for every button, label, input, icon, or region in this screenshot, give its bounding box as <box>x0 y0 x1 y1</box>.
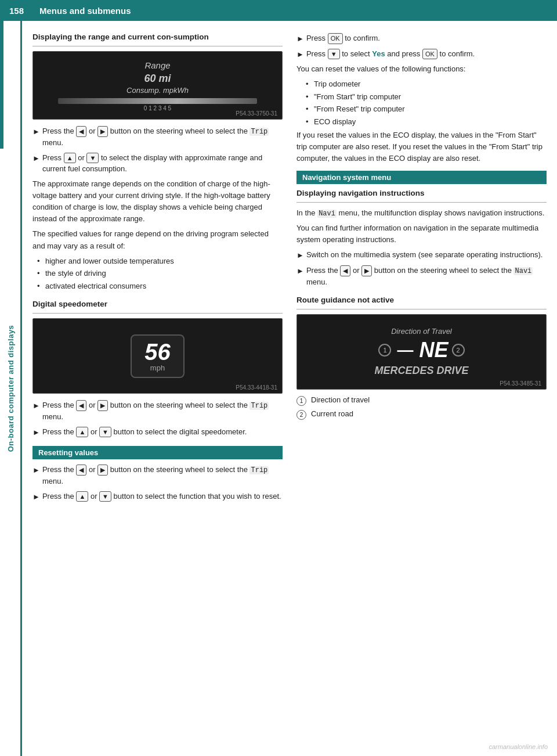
kbd-right-2: ▶ <box>97 400 108 411</box>
watermark: carmanualonline.info <box>489 743 548 750</box>
reset-bullet-2-text: Press the ▲ or ▼ button to select the fu… <box>42 491 283 502</box>
reset-para: If you reset the values in the ECO displ… <box>296 129 547 164</box>
speedometer-image-code: P54.33-4418-31 <box>236 384 277 391</box>
section-reset: Resetting values ► Press the ◀ or ▶ butt… <box>32 446 283 502</box>
speed-value: 56 <box>144 340 171 363</box>
speed-box: 56 mph <box>131 334 185 378</box>
arrow-icon-7: ► <box>296 33 304 45</box>
reset-bullet-2: ► Press the ▲ or ▼ button to select the … <box>32 491 283 503</box>
speed-bullet-2-text: Press the ▲ or ▼ button to select the di… <box>42 426 283 438</box>
nav-circle-2: 2 <box>452 344 465 357</box>
range-bullet-2-text: Press ▲ or ▼ to select the display with … <box>42 152 283 175</box>
nav-image-code: P54.33-3485-31 <box>500 380 541 387</box>
reset-item-4: ECO display <box>306 116 547 128</box>
reset-section-bar: Resetting values <box>32 446 283 459</box>
reset-item-2: "From Start" trip computer <box>306 91 547 103</box>
range-display-image: Range 60 mi Consump. mpkWh 0 1 2 3 4 5 P… <box>32 51 283 120</box>
divider2 <box>32 313 283 314</box>
navi-text-1: Navi <box>317 210 337 218</box>
kbd-left-2: ◀ <box>76 400 86 411</box>
section-range: Displaying the range and current con-sum… <box>32 33 283 291</box>
range-bullet-1-text: Press the ◀ or ▶ button on the steering … <box>42 125 283 149</box>
nav-ne: NE <box>419 338 448 362</box>
divider3 <box>296 202 547 203</box>
caption-circle-1: 1 <box>296 396 306 406</box>
nav-para-1: In the Navi menu, the multifunction disp… <box>296 207 547 219</box>
nav-circle-1: 1 <box>378 344 391 357</box>
reset-bullet-1-text: Press the ◀ or ▶ button on the steering … <box>42 464 283 487</box>
arrow-icon-5: ► <box>32 465 40 476</box>
kbd-right-3: ▶ <box>97 465 108 476</box>
speed-unit: mph <box>150 363 165 372</box>
page-title: Menus and submenus <box>35 6 131 16</box>
section-speedometer: Digital speedometer 56 mph P54.33-4418-3… <box>32 300 283 438</box>
route-guidance-heading: Route guidance not active <box>296 296 547 304</box>
navi-text-2: Navi <box>513 267 533 275</box>
speed-bullet-2: ► Press the ▲ or ▼ button to select the … <box>32 426 283 438</box>
reset-right-bullet-2-text: Press ▼ to select Yes and press OK to co… <box>306 48 547 60</box>
range-bullet-1: ► Press the ◀ or ▶ button on the steerin… <box>32 125 283 149</box>
content-area: Displaying the range and current con-sum… <box>22 21 557 756</box>
nav-display-image: Direction of Travel 1 — NE 2 MERCEDES DR… <box>296 314 547 390</box>
reset-item-1: Trip odometer <box>306 78 547 90</box>
range-label: Range <box>144 59 170 71</box>
nav-bullet-1: ► Switch on the multimedia system (see s… <box>296 249 547 261</box>
range-para-1: The approximate range depends on the con… <box>32 178 283 225</box>
main-layout: On-board computer and displays Displayin… <box>0 21 557 756</box>
arrow-icon-2: ► <box>32 153 40 164</box>
nav-road: MERCEDES DRIVE <box>374 365 468 377</box>
reset-right-bullet-1: ► Press OK to confirm. <box>296 33 547 45</box>
caption-text-1: Direction of travel <box>311 395 370 406</box>
section-speedometer-heading: Digital speedometer <box>32 300 283 308</box>
kbd-right-4: ▶ <box>361 265 372 276</box>
section-nav-instructions-heading: Displaying navigation instructions <box>296 189 547 197</box>
kbd-up-3: ▲ <box>76 491 88 502</box>
range-image-code: P54.33-3750-31 <box>236 110 277 117</box>
section-route-guidance: Route guidance not active Direction of T… <box>296 296 547 420</box>
nav-dir-label: Direction of Travel <box>391 327 452 336</box>
kbd-up-2: ▲ <box>76 427 88 438</box>
range-value: 60 mi <box>144 71 171 86</box>
arrow-icon-6: ► <box>32 491 40 503</box>
reset-right-bullet-2: ► Press ▼ to select Yes and press OK to … <box>296 48 547 60</box>
section-reset-right: ► Press OK to confirm. ► Press ▼ to sele… <box>296 33 547 165</box>
bullet-consumers: activated electrical consumers <box>37 280 283 292</box>
nav-bullet-1-text: Switch on the multimedia system (see sep… <box>306 249 547 261</box>
trip-text-2: Trip <box>249 402 269 410</box>
speedometer-display-image: 56 mph P54.33-4418-31 <box>32 318 283 394</box>
sidebar-label: On-board computer and displays <box>6 325 15 452</box>
sidebar-accent <box>0 21 3 149</box>
kbd-left-3: ◀ <box>76 465 86 476</box>
caption-text-2: Current road <box>311 409 353 420</box>
ok-btn-2: OK <box>422 49 437 60</box>
nav-bullet-2-text: Press the ◀ or ▶ button on the steering … <box>306 265 547 288</box>
trip-text-3: Trip <box>249 466 269 474</box>
speed-bullet-1-text: Press the ◀ or ▶ button on the steering … <box>42 399 283 423</box>
reset-heading: Resetting values <box>38 448 98 457</box>
reset-list: Trip odometer "From Start" trip computer… <box>306 78 547 127</box>
sidebar: On-board computer and displays <box>0 21 22 756</box>
reset-item-3: "From Reset" trip computer <box>306 103 547 115</box>
section-nav-system: Navigation system menu Displaying naviga… <box>296 171 547 288</box>
arrow-icon-3: ► <box>32 400 40 412</box>
nav-dash: — <box>397 341 413 359</box>
arrow-icon-4: ► <box>32 427 40 438</box>
reset-right-bullet-1-text: Press OK to confirm. <box>306 33 547 44</box>
ok-btn-1: OK <box>328 33 343 44</box>
divider4 <box>296 309 547 309</box>
trip-text-1: Trip <box>249 128 269 136</box>
speed-bullet-1: ► Press the ◀ or ▶ button on the steerin… <box>32 399 283 423</box>
kbd-down-2: ▼ <box>99 427 111 438</box>
arrow-icon-1: ► <box>32 126 40 138</box>
reset-intro-text: You can reset the values of the followin… <box>296 63 547 75</box>
nav-para-2: You can find further information on navi… <box>296 222 547 246</box>
section-range-heading: Displaying the range and current con-sum… <box>32 33 283 41</box>
range-consump: Consump. mpkWh <box>126 86 189 95</box>
caption-row: 1 Direction of travel <box>296 395 547 406</box>
kbd-left-4: ◀ <box>340 265 350 276</box>
bullet-driving: the style of driving <box>37 268 283 279</box>
range-para-2: The specified values for range depend on… <box>32 228 283 251</box>
arrow-icon-9: ► <box>296 250 304 261</box>
kbd-right-1: ▶ <box>97 126 108 137</box>
kbd-left-1: ◀ <box>76 126 86 137</box>
